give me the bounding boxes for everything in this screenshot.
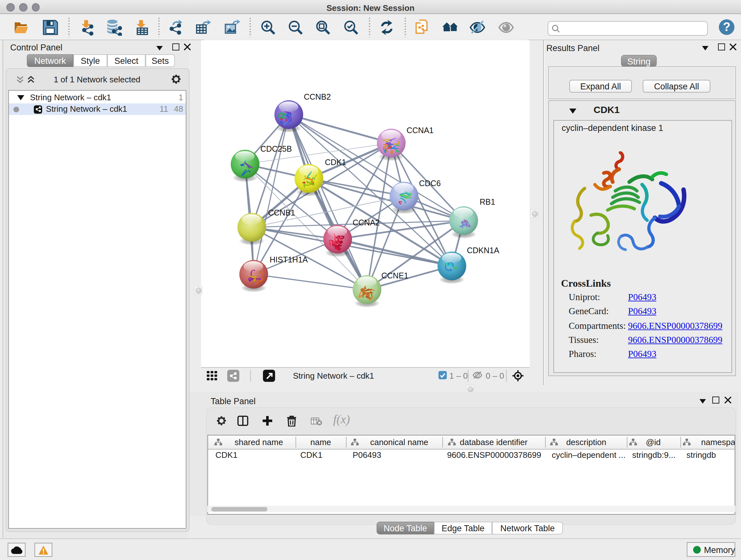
svg-text:CDC25B: CDC25B	[260, 144, 292, 153]
svg-text:CDKN1A: CDKN1A	[467, 246, 499, 255]
svg-text:CCNA1: CCNA1	[407, 126, 434, 135]
svg-text:CCNB1: CCNB1	[268, 208, 295, 217]
svg-text:CDK1: CDK1	[325, 158, 346, 167]
svg-text:CDC6: CDC6	[419, 179, 441, 188]
svg-text:CCNE1: CCNE1	[381, 271, 408, 280]
svg-text:RB1: RB1	[480, 197, 495, 206]
svg-text:HIST1H1A: HIST1H1A	[270, 255, 308, 264]
svg-text:CCNA2: CCNA2	[353, 218, 380, 227]
svg-text:CCNB2: CCNB2	[304, 92, 331, 101]
svg-text:?: ?	[723, 20, 730, 34]
